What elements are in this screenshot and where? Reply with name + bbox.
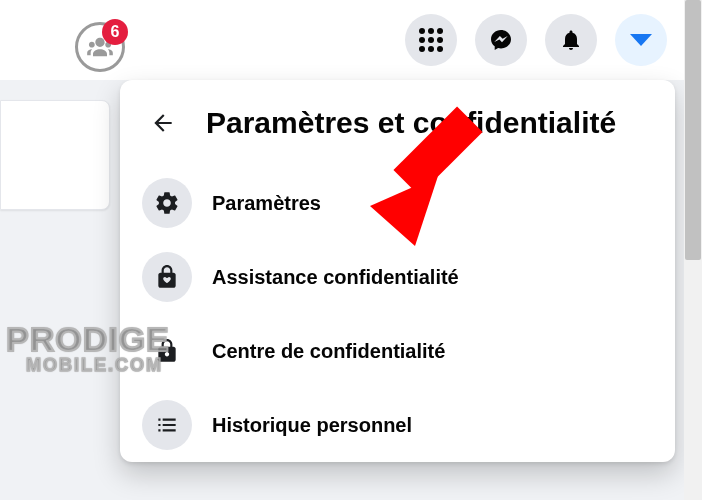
side-card	[0, 100, 110, 210]
lock-icon	[142, 326, 192, 376]
header-actions	[405, 14, 667, 66]
dropdown-title: Paramètres et confidentialité	[206, 106, 616, 141]
menu-item-settings[interactable]: Paramètres	[132, 166, 663, 240]
menu-item-privacy-checkup[interactable]: Assistance confidentialité	[132, 240, 663, 314]
messenger-icon	[489, 28, 513, 52]
menu-item-label: Paramètres	[212, 192, 321, 215]
arrow-left-icon	[150, 110, 176, 136]
notifications-button[interactable]	[545, 14, 597, 66]
groups-button[interactable]: 6	[75, 22, 125, 72]
lock-heart-icon	[142, 252, 192, 302]
messenger-button[interactable]	[475, 14, 527, 66]
list-icon	[142, 400, 192, 450]
dropdown-header: Paramètres et confidentialité	[132, 92, 663, 166]
scrollbar-thumb[interactable]	[685, 0, 701, 260]
back-button[interactable]	[138, 98, 188, 148]
gear-icon	[142, 178, 192, 228]
menu-item-privacy-center[interactable]: Centre de confidentialité	[132, 314, 663, 388]
settings-dropdown: Paramètres et confidentialité Paramètres…	[120, 80, 675, 462]
notification-badge: 6	[102, 19, 128, 45]
menu-item-label: Centre de confidentialité	[212, 340, 445, 363]
grid-icon	[419, 28, 443, 52]
menu-item-activity-log[interactable]: Historique personnel	[132, 388, 663, 462]
menu-item-label: Assistance confidentialité	[212, 266, 459, 289]
menu-button[interactable]	[405, 14, 457, 66]
top-bar: 6	[0, 0, 702, 80]
scrollbar[interactable]	[684, 0, 702, 500]
bell-icon	[559, 28, 583, 52]
caret-down-icon	[630, 34, 652, 46]
account-menu-button[interactable]	[615, 14, 667, 66]
menu-item-label: Historique personnel	[212, 414, 412, 437]
